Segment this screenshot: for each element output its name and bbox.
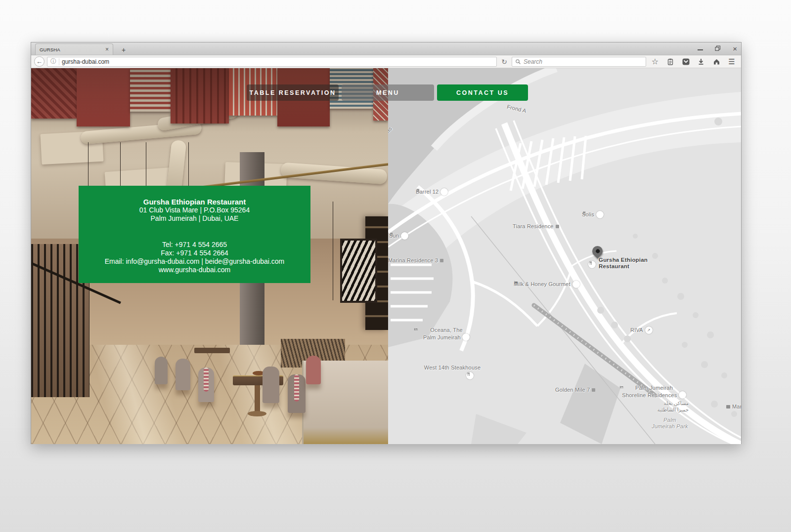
reading-list-icon[interactable]	[664, 56, 677, 67]
map-label-palm-jumeirah-park[interactable]: PalmJumeirah Park	[645, 417, 695, 430]
contact-address-line1: 01 Club Vista Mare | P.O.Box 95264	[79, 206, 310, 214]
restaurant-icon	[588, 261, 596, 268]
building-square-icon	[556, 225, 559, 228]
map-label-oceana[interactable]: Oceana, ThePalm Jumeirah	[414, 327, 479, 341]
dining-table-back	[194, 348, 230, 353]
restore-button[interactable]	[715, 45, 721, 51]
map-label-gursha-restaurant[interactable]: Gursha EthiopianRestaurant	[599, 257, 648, 270]
window-controls: ×	[698, 43, 737, 53]
site-info-icon[interactable]: ⓘ	[50, 57, 56, 66]
tab-title: GURSHA	[40, 47, 105, 52]
contact-fax: Fax: +971 4 554 2664	[79, 249, 310, 257]
download-icon[interactable]	[695, 56, 707, 67]
contact-card: Gursha Ethiopian Restaurant 01 Club Vist…	[79, 186, 310, 283]
map-label-shoreline-residences[interactable]: Palm JumeirahShoreline Residences	[619, 385, 689, 399]
search-input[interactable]	[524, 58, 643, 65]
location-map[interactable]: Frond A as Barrel 12 Solis Tiara Residen…	[388, 68, 741, 444]
hotel-icon	[462, 333, 470, 341]
map-label-riva[interactable]: RIVA↗	[630, 327, 653, 334]
map-label-west-14th[interactable]: West 14th Steakhouse	[413, 365, 492, 371]
browser-tab[interactable]: GURSHA ×	[35, 43, 113, 55]
url-bar[interactable]: ⓘ gursha-dubai.com	[47, 57, 497, 67]
contact-address-line2: Palm Jumeirah | Dubai, UAE	[79, 214, 310, 223]
bookmark-star-icon[interactable]: ☆	[649, 56, 661, 67]
restaurant-icon	[440, 188, 448, 196]
cart-icon	[572, 281, 580, 288]
contact-email[interactable]: Email: info@gursha-dubai.com | beide@gur…	[79, 257, 310, 266]
url-divider	[59, 58, 59, 65]
map-label-milk-honey[interactable]: Milk & Honey Gourmet	[514, 281, 580, 288]
url-text[interactable]: gursha-dubai.com	[62, 58, 109, 65]
map-label-sun[interactable]: Sun	[389, 232, 408, 240]
contact-card-title: Gursha Ethiopian Restaurant	[79, 198, 310, 206]
map-label-mar-partial[interactable]: Mar	[726, 404, 741, 410]
map-label-shoreline-arabic: مساكن نخلةجميرا الشاطئية	[634, 400, 689, 413]
contact-tel: Tel: +971 4 554 2665	[79, 241, 310, 249]
reload-button[interactable]: ↻	[499, 58, 509, 66]
minimize-button[interactable]	[698, 47, 703, 50]
chair-shape	[155, 357, 168, 384]
restore-icon	[715, 45, 721, 51]
menu-hamburger-icon[interactable]: ☰	[725, 56, 738, 67]
mall-icon	[726, 405, 730, 409]
new-tab-button[interactable]: +	[118, 46, 129, 54]
back-button[interactable]: ←	[34, 56, 44, 67]
home-icon[interactable]	[710, 56, 723, 67]
contact-us-button[interactable]: CONTACT US	[437, 84, 528, 101]
pocket-icon[interactable]	[679, 56, 692, 67]
desktop-backdrop: GURSHA × + × ← ⓘ gursha-dubai.com ↻	[0, 0, 791, 532]
zebra-art	[340, 239, 377, 303]
attraction-icon: ↗	[645, 327, 653, 334]
site-nav: TABLE RESERVATION MENU CONTACT US	[247, 84, 528, 101]
table-reservation-button[interactable]: TABLE RESERVATION	[247, 84, 339, 101]
contact-website[interactable]: www.gursha-dubai.com	[79, 266, 310, 274]
close-button[interactable]: ×	[733, 45, 737, 52]
navigation-toolbar: ← ⓘ gursha-dubai.com ↻ ☆	[31, 55, 741, 68]
browser-window: GURSHA × + × ← ⓘ gursha-dubai.com ↻	[31, 42, 742, 444]
map-label-marina-residence-3[interactable]: Marina Residence 3	[388, 257, 443, 264]
map-label-solis[interactable]: Solis	[582, 211, 604, 218]
map-label-golden-mile-7[interactable]: Golden Mile 7	[555, 387, 595, 393]
tab-close-icon[interactable]: ×	[105, 46, 109, 52]
map-label-tiara-residence[interactable]: Tiara Residence	[513, 223, 559, 230]
page-content: Frond A as Barrel 12 Solis Tiara Residen…	[31, 68, 741, 444]
menu-button[interactable]: MENU	[342, 84, 434, 101]
search-box[interactable]	[512, 57, 646, 67]
search-icon	[515, 59, 521, 65]
tab-strip: GURSHA × + ×	[31, 42, 741, 55]
map-label-barrel-12[interactable]: Barrel 12	[416, 188, 448, 196]
